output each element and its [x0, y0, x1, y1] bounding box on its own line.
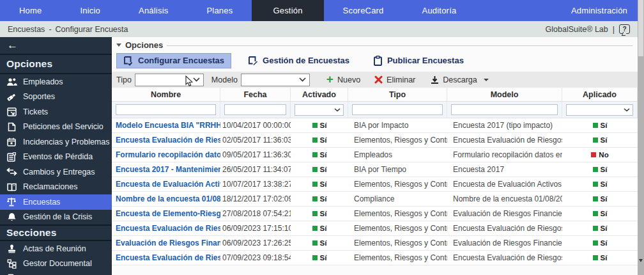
- survey-name-link[interactable]: Encuesta Evaluación de Riesgos (20: [112, 136, 220, 145]
- app-window: HomeInicioAnálisisPlanesGestiónScoreCard…: [0, 0, 644, 275]
- filter-input-modelo[interactable]: [451, 104, 558, 115]
- nav-item-administracion[interactable]: Administración: [552, 0, 638, 21]
- filter-cell-tipo: [348, 102, 447, 118]
- filter-cell-fecha: [220, 102, 291, 118]
- yes-status-icon: [593, 211, 598, 216]
- table-row[interactable]: Encuesta Evaluación de Riesgos Cor07/09/…: [112, 251, 638, 265]
- activado-flag-label: Sí: [320, 210, 327, 217]
- survey-model: Encuesta Evaluación de Riesgos Corp: [447, 224, 562, 233]
- sidebar-item-label: Encuestas: [23, 198, 60, 207]
- eliminar-button[interactable]: Eliminar: [374, 75, 415, 84]
- activado-flag-label: Sí: [320, 239, 327, 247]
- sidebar-item-gestor-documental[interactable]: Gestor Documental: [0, 256, 112, 272]
- table-row[interactable]: Encuesta Evaluación de Riesgos (2002/05/…: [112, 133, 638, 148]
- column-header-nombre[interactable]: Nombre: [112, 88, 220, 101]
- survey-name-link[interactable]: Nombre de la encuesta 01/08/2017 16: [112, 194, 220, 203]
- table-row[interactable]: Evaluación de Riesgos Financieros (06/09…: [112, 236, 638, 251]
- sidebar-item-partial[interactable]: [0, 271, 112, 275]
- sidebar-item-empleados[interactable]: Empleados: [0, 74, 112, 90]
- table-row[interactable]: Nombre de la encuesta 01/08/2017 1618/12…: [112, 192, 638, 207]
- filter-select-aplicado[interactable]: [566, 104, 633, 116]
- nav-item-scorecard[interactable]: ScoreCard: [324, 0, 403, 21]
- activado-flag: Sí: [291, 224, 348, 232]
- survey-date: 07/09/2023 09:18:54: [220, 253, 291, 262]
- help-chat-icon[interactable]: ?: [619, 24, 630, 34]
- sidebar-item-reclamaciones[interactable]: Reclamaciones: [0, 180, 112, 195]
- nav-item-planes[interactable]: Planes: [187, 0, 252, 21]
- top-nav: HomeInicioAnálisisPlanesGestiónScoreCard…: [0, 0, 638, 21]
- nuevo-button[interactable]: + Nuevo: [326, 74, 360, 85]
- aplicado-flag-label: Sí: [601, 136, 608, 144]
- column-header-fecha[interactable]: Fecha: [220, 88, 291, 101]
- sidebar-item-encuestas[interactable]: Encuestas: [0, 194, 112, 210]
- collapse-triangle-icon[interactable]: [116, 43, 121, 47]
- aplicado-flag: Sí: [562, 122, 638, 129]
- survey-name-link[interactable]: Encuesta 2017 - Mantenimiento de S: [112, 165, 220, 174]
- table-row[interactable]: Formulario recopilación datos empl09/05/…: [112, 148, 638, 162]
- yes-status-icon: [312, 182, 318, 187]
- survey-model: Evaluación de Riesgos Financieros: [447, 239, 562, 248]
- sidebar-item-incidencias-y-problemas[interactable]: Incidencias y Problemas: [0, 134, 112, 150]
- column-header-modelo[interactable]: Modelo: [447, 88, 562, 101]
- survey-name-link[interactable]: Encuesta de Evaluación Activos - Cc: [112, 180, 220, 189]
- sidebar-item-soportes[interactable]: Soportes: [0, 90, 112, 105]
- scrollbar-down-arrow[interactable]: [639, 259, 643, 262]
- aplicado-flag: Sí: [562, 254, 638, 262]
- sidebar-section-opciones: Opciones: [0, 55, 112, 74]
- nav-item-analisis[interactable]: Análisis: [119, 0, 187, 21]
- sidebar-item-eventos-de-perdida[interactable]: Eventos de Pérdida: [0, 150, 112, 165]
- scrollbar-thumb[interactable]: [638, 0, 643, 56]
- table-row[interactable]: Modelo Encuesta BIA "RRHH"10/04/2017 00:…: [112, 118, 638, 133]
- sidebar-item-peticiones-del-servicio[interactable]: Peticiones del Servicio: [0, 120, 112, 135]
- filter-input-fecha[interactable]: [224, 104, 286, 115]
- survey-type: Empleados: [348, 150, 447, 159]
- nav-item-auditoria[interactable]: Auditoría: [403, 0, 476, 21]
- column-header-activado[interactable]: Activado: [291, 88, 348, 101]
- column-header-tipo[interactable]: Tipo: [348, 88, 447, 101]
- table-row[interactable]: Encuesta de Elemento-Riesgo-Cont27/08/20…: [112, 207, 638, 221]
- filter-input-nombre[interactable]: [116, 104, 216, 115]
- sidebar-item-tickets[interactable]: Tickets: [0, 104, 112, 120]
- survey-name-link[interactable]: Evaluación de Riesgos Financieros (: [112, 239, 220, 248]
- tab-publicar-encuestas[interactable]: Publicar Encuestas: [366, 53, 471, 68]
- tab-configurar-encuestas[interactable]: Configurar Encuestas: [116, 53, 231, 68]
- activado-flag: Sí: [291, 210, 348, 217]
- survey-name-link[interactable]: Encuesta Evaluación de Riesgos Cor: [112, 224, 220, 233]
- modelo-filter-label: Modelo: [211, 75, 238, 84]
- survey-name-link[interactable]: Encuesta Evaluación de Riesgos Cor: [112, 253, 220, 262]
- sidebar-item-gestion-de-la-crisis[interactable]: Gestión de la Crisis: [0, 210, 112, 225]
- vertical-scrollbar[interactable]: [638, 0, 644, 275]
- usb-drive-icon: [6, 92, 17, 102]
- survey-name-link[interactable]: Encuesta de Elemento-Riesgo-Cont: [112, 209, 220, 218]
- survey-model: Encuesta Evaluación de Riesgos Corp: [447, 253, 562, 262]
- survey-model: Encuesta 2017: [447, 165, 562, 174]
- nav-item-gestion[interactable]: Gestión: [252, 0, 323, 21]
- table-row[interactable]: Encuesta Evaluación de Riesgos Cor06/09/…: [112, 221, 638, 236]
- aplicado-flag: Sí: [562, 180, 638, 188]
- modelo-filter-select[interactable]: [241, 74, 310, 86]
- survey-model: Nombre de la encuesta 01/08/2017 16:: [447, 194, 562, 203]
- breadcrumb-section[interactable]: Encuestas: [8, 25, 45, 34]
- survey-name-link[interactable]: Modelo Encuesta BIA "RRHH": [112, 121, 220, 130]
- nav-item-home[interactable]: Home: [0, 0, 61, 21]
- activado-flag: Sí: [291, 151, 348, 159]
- sidebar-collapse-button[interactable]: ←: [0, 37, 112, 55]
- survey-type: Elementos, Riesgos y Controles: [348, 180, 447, 189]
- sidebar-item-actas-de-reunion[interactable]: Actas de Reunión: [0, 241, 112, 256]
- sidebar-item-cambios-y-entregas[interactable]: Cambios y Entregas: [0, 164, 112, 180]
- survey-model: Encuesta 2017 (tipo impacto): [447, 121, 562, 130]
- sidebar-item-label: Actas de Reunión: [23, 244, 86, 253]
- yes-status-icon: [593, 226, 598, 231]
- table-row[interactable]: Encuesta de Evaluación Activos - Cc10/07…: [112, 177, 638, 192]
- back-arrow-icon: ←: [7, 39, 18, 52]
- filter-select-activado[interactable]: [295, 104, 344, 116]
- column-header-aplicado[interactable]: Aplicado: [562, 88, 638, 101]
- nav-item-inicio[interactable]: Inicio: [61, 0, 119, 21]
- filter-input-tipo[interactable]: [352, 104, 443, 115]
- survey-name-link[interactable]: Formulario recopilación datos empl: [112, 150, 220, 159]
- survey-date: 10/07/2017 13:38:27: [220, 180, 291, 189]
- descarga-button[interactable]: Descarga: [431, 75, 489, 84]
- table-row[interactable]: Encuesta 2017 - Mantenimiento de S26/05/…: [112, 162, 638, 177]
- tab-gestion-de-encuestas[interactable]: Gestión de Encuestas: [241, 53, 356, 68]
- sidebar-item-label: Reclamaciones: [23, 182, 77, 191]
